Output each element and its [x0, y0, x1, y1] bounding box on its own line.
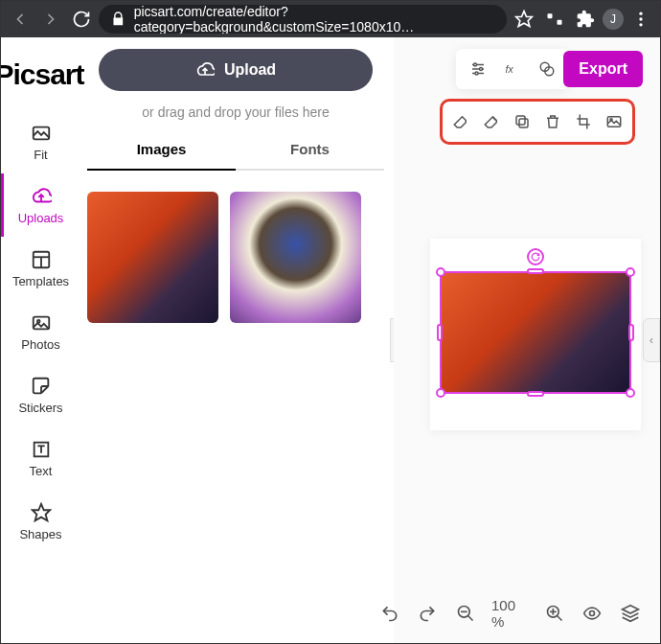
drag-hint: or drag and drop your files here: [87, 104, 384, 120]
bottom-toolbar: 100 %: [377, 597, 643, 630]
svg-point-32: [475, 72, 478, 75]
thumbnail-grid: [87, 192, 384, 323]
resize-handle[interactable]: [626, 267, 635, 277]
sidebar-item-label: Shapes: [19, 527, 61, 541]
top-tools: fx: [456, 49, 569, 89]
svg-marker-0: [516, 12, 533, 27]
resize-handle[interactable]: [527, 391, 544, 397]
sidebar-item-photos[interactable]: Photos: [1, 300, 78, 363]
kebab-menu-icon[interactable]: [627, 6, 654, 33]
sidebar-item-label: Text: [30, 464, 53, 478]
tab-fonts[interactable]: Fonts: [236, 129, 384, 171]
sidebar-item-uploads[interactable]: Uploads: [1, 173, 78, 237]
sidebar-item-fit[interactable]: Fit: [1, 110, 78, 173]
sidebar-item-shapes[interactable]: Shapes: [1, 490, 78, 553]
delete-icon[interactable]: [538, 107, 567, 136]
selected-image[interactable]: [442, 273, 629, 392]
cloud-upload-icon: [195, 60, 215, 80]
preview-icon[interactable]: [581, 600, 605, 627]
upload-icon: [31, 186, 52, 207]
tab-images[interactable]: Images: [87, 129, 236, 171]
svg-text:fx: fx: [506, 63, 514, 75]
sliders-icon[interactable]: [464, 55, 492, 83]
profile-avatar[interactable]: J: [603, 9, 624, 30]
url-text: picsart.com/create/editor?category=backg…: [134, 5, 495, 34]
undo-icon[interactable]: [377, 600, 402, 627]
svg-marker-26: [623, 606, 639, 613]
export-label: Export: [579, 60, 627, 78]
svg-rect-1: [548, 13, 553, 18]
browser-toolbar: picsart.com/create/editor?category=backg…: [1, 1, 660, 37]
lock-icon: [110, 10, 126, 29]
star-icon[interactable]: [511, 6, 537, 33]
templates-icon: [31, 249, 52, 270]
overlap-icon[interactable]: [533, 55, 561, 83]
shapes-icon: [31, 502, 52, 523]
sidebar-item-templates[interactable]: Templates: [1, 237, 78, 300]
resize-handle[interactable]: [437, 324, 443, 341]
svg-point-30: [474, 63, 477, 66]
layers-icon[interactable]: [618, 600, 643, 627]
extensions-icon[interactable]: [572, 6, 599, 33]
uploads-panel: Upload or drag and drop your files here …: [78, 37, 394, 643]
right-panel-handle[interactable]: ‹: [643, 318, 660, 362]
svg-point-5: [639, 23, 642, 26]
reload-icon[interactable]: [68, 6, 95, 33]
selection-frame[interactable]: [440, 271, 631, 394]
sidebar-item-stickers[interactable]: Stickers: [1, 363, 78, 426]
svg-marker-16: [32, 503, 49, 519]
resize-handle[interactable]: [436, 388, 445, 398]
forward-icon[interactable]: [37, 6, 64, 33]
resize-handle[interactable]: [626, 388, 635, 398]
context-toolbar: [440, 99, 635, 145]
eraser-restore-icon[interactable]: [477, 107, 506, 136]
top-bar: fx Export: [456, 49, 643, 89]
left-sidebar: Picsart Fit Uploads Templates Photos Sti…: [1, 37, 78, 643]
fx-icon[interactable]: fx: [498, 55, 527, 83]
svg-rect-2: [558, 20, 562, 25]
svg-line-24: [557, 616, 561, 621]
resize-handle[interactable]: [436, 267, 445, 277]
svg-point-3: [639, 12, 642, 15]
export-button[interactable]: Export: [563, 51, 643, 87]
sidebar-item-text[interactable]: Text: [1, 426, 78, 490]
stickers-icon: [31, 376, 52, 397]
image-thumbnail[interactable]: [230, 192, 361, 323]
sidebar-item-label: Uploads: [18, 211, 64, 225]
svg-line-20: [468, 616, 473, 621]
sidebar-item-label: Fit: [34, 148, 47, 162]
address-bar[interactable]: picsart.com/create/editor?category=backg…: [99, 5, 507, 34]
photos-icon: [31, 312, 52, 334]
image-thumbnail[interactable]: [87, 192, 218, 323]
panel-tabs: Images Fonts: [87, 129, 384, 171]
zoom-in-icon[interactable]: [542, 600, 567, 627]
svg-point-25: [590, 611, 595, 616]
upload-label: Upload: [224, 61, 276, 79]
text-icon: [31, 439, 52, 460]
sidebar-item-label: Templates: [12, 274, 69, 288]
eraser-icon[interactable]: [446, 107, 475, 136]
resize-handle[interactable]: [628, 324, 634, 341]
svg-rect-37: [516, 116, 525, 125]
fit-icon: [31, 123, 52, 144]
svg-point-4: [639, 17, 642, 20]
logo: Picsart: [0, 49, 84, 110]
crop-icon[interactable]: [569, 107, 598, 136]
rotate-handle[interactable]: [527, 248, 544, 265]
redo-icon[interactable]: [416, 600, 441, 627]
duplicate-icon[interactable]: [508, 107, 536, 136]
sidebar-item-label: Stickers: [18, 401, 62, 415]
replace-image-icon[interactable]: [600, 107, 628, 136]
upload-button[interactable]: Upload: [99, 49, 373, 91]
zoom-level[interactable]: 100 %: [491, 597, 529, 630]
svg-rect-36: [519, 119, 528, 127]
zoom-out-icon[interactable]: [453, 600, 478, 627]
svg-point-31: [480, 68, 483, 71]
resize-handle[interactable]: [527, 268, 544, 274]
translate-icon[interactable]: [541, 6, 568, 33]
sidebar-item-label: Photos: [21, 337, 59, 352]
back-icon[interactable]: [7, 6, 34, 33]
